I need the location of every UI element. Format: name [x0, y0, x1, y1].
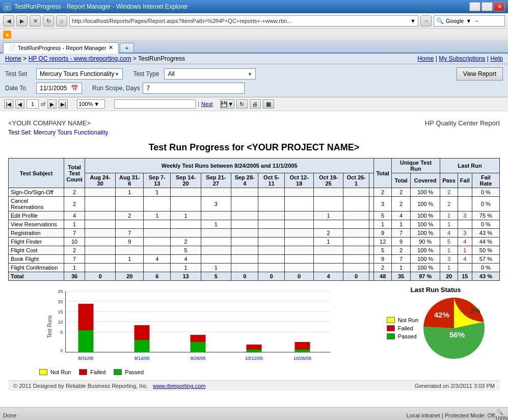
svg-rect-15 [78, 304, 94, 330]
run-scope-field[interactable]: 7 [143, 83, 245, 94]
svg-rect-20 [191, 342, 206, 352]
test-type-label: Test Type [133, 70, 161, 77]
tab-close-icon[interactable]: ✕ [109, 44, 113, 51]
status-text: Done [3, 412, 16, 418]
next-find-link[interactable]: Next [201, 101, 213, 107]
favorites-bar: ★ [0, 29, 508, 41]
svg-text:15: 15 [58, 309, 63, 314]
svg-rect-18 [135, 325, 150, 340]
go-button[interactable]: → [420, 15, 432, 27]
prev-page-button[interactable]: ◀ [15, 99, 24, 109]
footer-generated: Generated on 2/3/2011 3:03 PM [415, 383, 495, 389]
address-bar[interactable]: http://localhost/Reports/Pages/Report.as… [69, 15, 418, 27]
svg-text:2%: 2% [471, 307, 480, 314]
browser-icon: e [3, 3, 11, 11]
col-oct-19-25: Oct 19-25 [314, 173, 343, 188]
pie-legend-not-run: Not Run [387, 317, 418, 323]
test-type-value: All [168, 70, 174, 77]
toolbar-area: Test Set Mercury Tours Functionality ▼ T… [0, 64, 508, 97]
print-button[interactable]: 🖨 [250, 99, 261, 109]
refresh-report-button[interactable]: ↻ [236, 99, 248, 109]
close-button[interactable]: ✕ [494, 2, 505, 11]
status-bar: Done Local intranet | Protected Mode: Of… [0, 407, 508, 420]
svg-rect-26 [295, 350, 310, 352]
tab-label: TestRunProgress - Report Manager [18, 45, 106, 51]
stop-button[interactable]: ✕ [30, 15, 41, 27]
data-table: Test Subject TotalTestCount Weekly Test … [8, 158, 500, 281]
top-nav-subscriptions[interactable]: My Subscriptions [439, 55, 485, 62]
minimize-button[interactable]: ─ [469, 2, 480, 11]
pie-not-run-label: Not Run [398, 317, 418, 323]
svg-rect-14 [78, 330, 94, 352]
run-scope-value: 7 [146, 85, 150, 92]
test-set-dropdown-arrow: ▼ [115, 71, 120, 77]
table-row: Flight Finder1092112990 %5444 % [9, 238, 500, 246]
top-nav-help[interactable]: Help [490, 55, 503, 62]
first-page-button[interactable]: |◀ [4, 99, 13, 109]
breadcrumb-current: TestRunProgress [138, 55, 185, 62]
back-button[interactable]: ◀ [3, 15, 14, 27]
svg-text:10/26/05: 10/26/05 [293, 356, 311, 361]
forward-button[interactable]: ▶ [16, 15, 28, 27]
report-content: <YOUR COMPANY NAME> HP Quality Center Re… [0, 111, 508, 407]
next-page-button[interactable]: ▶ [47, 99, 57, 109]
col-uniq-total: Total [391, 173, 411, 188]
breadcrumb-hpqc[interactable]: HP QC reports - www.rbreporting.com [29, 55, 131, 62]
search-engine-icon: 🔍 [436, 17, 444, 24]
col-fail: Fail [458, 173, 472, 188]
total-row: Total36020613500040483597 %201543 % [9, 272, 500, 281]
table-row: View Reservations1111100 %10 % [9, 220, 500, 229]
col-header-total: Total [374, 159, 391, 188]
new-tab-button[interactable]: + [120, 43, 134, 52]
find-box[interactable] [114, 99, 196, 109]
report-title: Test Run Progress for <YOUR PROJECT NAME… [8, 142, 500, 153]
col-pass: Pass [440, 173, 458, 188]
find-sep: | [198, 101, 199, 107]
pie-not-run-color [387, 317, 395, 323]
search-submit-icon[interactable]: → [473, 18, 479, 24]
svg-text:56%: 56% [449, 330, 465, 339]
chart-area: Test Runs 25 20 15 10 5 0 [8, 281, 500, 380]
zoom-status[interactable]: 🔍 100% [495, 409, 505, 420]
active-tab[interactable]: 📄 TestRunProgress - Report Manager ✕ [3, 42, 119, 54]
restore-button[interactable]: □ [482, 2, 493, 11]
top-nav-home[interactable]: Home [417, 55, 434, 62]
home-nav-button[interactable]: ⌂ [56, 15, 67, 27]
breadcrumb-home[interactable]: Home [5, 55, 21, 62]
col-oct-5-11: Oct 5-11 [258, 173, 285, 188]
col-sep-21-27: Sep 21-27 [201, 173, 231, 188]
svg-text:10: 10 [58, 320, 63, 325]
test-set-dropdown[interactable]: Mercury Tours Functionality ▼ [36, 68, 123, 80]
table-row: Cancel Reservations2332100 %20 % [9, 197, 500, 212]
current-page[interactable]: 1 [26, 99, 39, 109]
view-report-button[interactable]: View Report [457, 67, 503, 81]
pie-failed-color [387, 325, 395, 331]
refresh-button[interactable]: ↻ [43, 15, 54, 27]
last-page-button[interactable]: ▶| [59, 99, 68, 109]
footer: © 2011 Designed by Reliable Business Rep… [8, 380, 500, 391]
search-engine-label: Google [446, 18, 464, 24]
test-type-dropdown[interactable]: All ▼ [164, 68, 256, 80]
address-dropdown-arrow[interactable]: ▼ [410, 18, 416, 24]
footer-link[interactable]: www.rbreporting.com [153, 383, 205, 389]
date-to-field[interactable]: 11/1/2005 📅 [36, 83, 82, 94]
company-header: <YOUR COMPANY NAME> HP Quality Center Re… [8, 119, 500, 127]
bar-chart-svg: Test Runs 25 20 15 10 5 0 [16, 286, 369, 368]
svg-text:5: 5 [60, 330, 63, 335]
svg-text:8/31/05: 8/31/05 [78, 356, 93, 361]
search-box[interactable]: 🔍 Google ▼ → [434, 15, 505, 27]
view-report-section: View Report [457, 67, 503, 81]
col-header-lastrun: Last Run [440, 159, 500, 173]
zoom-selector[interactable]: 100% ▼ [77, 99, 105, 109]
export-button[interactable]: 💾▼ [220, 99, 234, 109]
calendar-icon[interactable]: 📅 [71, 85, 78, 92]
pie-legend: Not Run Failed Passed [387, 317, 418, 339]
layout-button[interactable]: ▦ [263, 99, 274, 109]
test-set-label: Test Set [5, 70, 33, 77]
legend-not-run-label: Not Run [50, 369, 71, 375]
svg-text:42%: 42% [434, 310, 449, 319]
legend-not-run-color [39, 369, 47, 375]
date-to-label: Date To [5, 85, 33, 92]
chart-legend: Not Run Failed Passed [39, 369, 369, 375]
svg-rect-17 [135, 340, 150, 352]
